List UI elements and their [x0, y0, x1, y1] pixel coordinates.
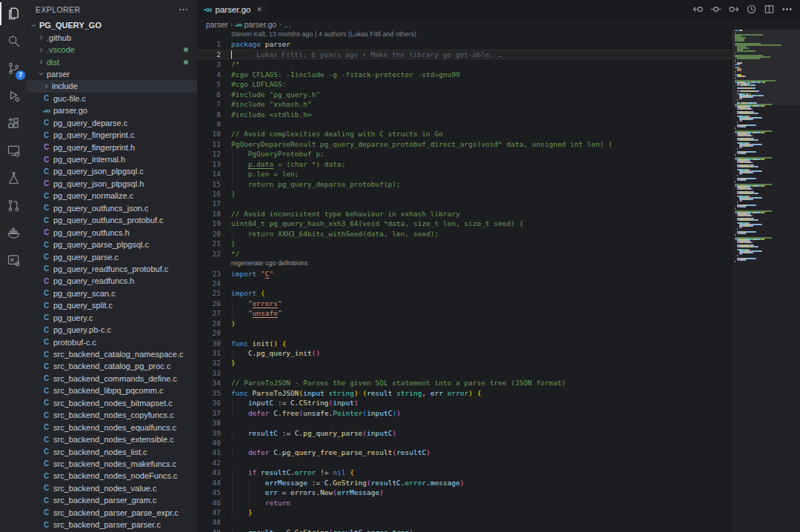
tree-item-src-backend-nodes-value-c[interactable]: Csrc_backend_nodes_value.c	[27, 482, 197, 494]
explorer-icon[interactable]	[0, 0, 27, 27]
tree-item--github[interactable]: .github	[27, 31, 197, 43]
tree-item-pg-query-outfuncs-protobuf-c[interactable]: Cpg_query_outfuncs_protobuf.c	[27, 214, 197, 226]
tree-item-pg-query-outfuncs-json-c[interactable]: Cpg_query_outfuncs_json.c	[27, 202, 197, 214]
code-line-33[interactable]: 33	[197, 368, 732, 378]
code-line-39[interactable]: 39 resultC := C.pg_query_parse(inputC)	[197, 428, 732, 438]
remote-explorer-icon[interactable]	[0, 137, 27, 164]
file-history-icon[interactable]	[746, 4, 757, 15]
open-changes-icon[interactable]	[693, 4, 704, 15]
tree-item-pg-query-parse-plpgsql-c[interactable]: Cpg_query_parse_plpgsql.c	[27, 239, 197, 250]
explorer-more-icon[interactable]: ⋯	[179, 6, 188, 13]
tree-item-pg-query-scan-c[interactable]: Cpg_query_scan.c	[27, 287, 197, 299]
tree-item-src-backend-nodes-copyfuncs-c[interactable]: Csrc_backend_nodes_copyfuncs.c	[27, 409, 197, 421]
code-line-43[interactable]: 43 if resultC.error != nil {	[197, 468, 732, 477]
tree-item-pg-query-deparse-c[interactable]: Cpg_query_deparse.c	[27, 117, 197, 129]
code-line-4[interactable]: 4#cgo CFLAGS: -Iinclude -g -fstack-prote…	[197, 70, 732, 79]
tree-item-pg-query-split-c[interactable]: Cpg_query_split.c	[27, 299, 197, 311]
tree-item-src-backend-parser-gram-c[interactable]: Csrc_backend_parser_gram.c	[27, 494, 197, 506]
code-line-16[interactable]: 16}	[197, 189, 732, 199]
tree-item-pg-query-json-plpgsql-c[interactable]: Cpg_query_json_plpgsql.c	[27, 165, 197, 177]
code-line-30[interactable]: 30func init() {	[197, 339, 732, 348]
code-line-47[interactable]: 47 }	[197, 508, 732, 517]
tree-item-protobuf-c-c[interactable]: Cprotobuf-c.c	[27, 336, 197, 348]
code-line-3[interactable]: 3/*	[197, 59, 732, 69]
tree-item-src-backend-nodes-bitmapset-c[interactable]: Csrc_backend_nodes_bitmapset.c	[27, 397, 197, 409]
code-line-22[interactable]: 22*/	[197, 249, 732, 259]
code-line-26[interactable]: 26 "errors"	[197, 299, 732, 308]
code-line-11[interactable]: 11PgQueryDeparseResult pg_query_deparse_…	[197, 139, 732, 149]
tree-item-src-backend-parser-parse-expr-c[interactable]: Csrc_backend_parser_parse_expr.c	[27, 507, 197, 519]
code-line-40[interactable]: 40	[197, 438, 732, 448]
code-line-34[interactable]: 34// ParseToJSON - Parses the given SQL …	[197, 378, 732, 388]
code-line-25[interactable]: 25import (	[197, 288, 732, 298]
code-line-24[interactable]: 24	[197, 279, 732, 288]
code-line-14[interactable]: 14 p.len = len;	[197, 169, 732, 179]
code-line-48[interactable]: 48	[197, 517, 732, 527]
tab-close-icon[interactable]: ×	[257, 5, 262, 14]
tree-item-src-backend-nodes-equalfuncs-c[interactable]: Csrc_backend_nodes_equalfuncs.c	[27, 421, 197, 433]
breadcrumb-file[interactable]: -∞ parser.go	[235, 20, 276, 29]
code-line-49[interactable]: 49 result = C.GoString(resultC.parse_tre…	[197, 528, 732, 532]
breadcrumb-folder[interactable]: parser	[206, 20, 228, 29]
breadcrumb-symbol[interactable]: …	[284, 20, 292, 29]
code-line-42[interactable]: 42	[197, 458, 732, 468]
code-line-18[interactable]: 18// Avoid inconsistent type behaviour i…	[197, 209, 732, 219]
tree-item-pg-query-pb-c-c[interactable]: Cpg_query.pb-c.c	[27, 324, 197, 336]
gitlens-authors-lens[interactable]: Steven Kalt, 13 months ago | 4 authors (…	[197, 30, 732, 39]
prev-change-icon[interactable]	[710, 4, 721, 15]
tree-item-src-backend-catalog-namespace-c[interactable]: Csrc_backend_catalog_namespace.c	[27, 348, 197, 360]
code-area[interactable]: Steven Kalt, 13 months ago | 4 authors (…	[197, 30, 732, 532]
code-line-8[interactable]: 8#include <stdlib.h>	[197, 110, 732, 119]
docker-icon[interactable]	[0, 219, 27, 247]
minimap[interactable]	[731, 30, 800, 532]
code-line-12[interactable]: 12 PgQueryProtobuf p;	[197, 149, 732, 159]
code-line-1[interactable]: 1package parser	[197, 39, 732, 49]
code-line-20[interactable]: 20 return XXH3_64bits_withSeed(data, len…	[197, 229, 732, 239]
tree-item-pg-query-outfuncs-h[interactable]: Cpg_query_outfuncs.h	[27, 226, 197, 238]
tree-item-src-backend-nodes-list-c[interactable]: Csrc_backend_nodes_list.c	[27, 445, 197, 457]
tree-item-src-backend-commands-define-c[interactable]: Csrc_backend_commands_define.c	[27, 373, 197, 385]
testing-icon[interactable]	[0, 164, 27, 192]
code-line-19[interactable]: 19uint64_t pg_query_hash_xxh3_64(void *d…	[197, 219, 732, 228]
tree-item-pg-query-fingerprint-c[interactable]: Cpg_query_fingerprint.c	[27, 129, 197, 141]
tree-item-pg-query-c[interactable]: Cpg_query.c	[27, 312, 197, 324]
source-control-icon[interactable]: 7	[0, 55, 27, 82]
code-line-6[interactable]: 6#include "pg_query.h"	[197, 90, 732, 99]
tree-item-src-backend-nodes-nodefuncs-c[interactable]: Csrc_backend_nodes_nodeFuncs.c	[27, 470, 197, 482]
project-manager-icon[interactable]	[0, 247, 27, 274]
tree-item-src-backend-libpq-pqcomm-c[interactable]: Csrc_backend_libpq_pqcomm.c	[27, 385, 197, 396]
tree-item-pg-query-parse-c[interactable]: Cpg_query_parse.c	[27, 250, 197, 262]
code-line-27[interactable]: 27 "unsafe"	[197, 308, 732, 318]
tree-item-src-backend-parser-parser-c[interactable]: Csrc_backend_parser_parser.c	[27, 519, 197, 531]
code-line-45[interactable]: 45 err = errors.New(errMessage)	[197, 488, 732, 497]
next-change-icon[interactable]	[728, 4, 739, 15]
code-line-46[interactable]: 46 return	[197, 498, 732, 508]
code-line-2[interactable]: 2Lukas Fittl, 6 years ago • Make the lib…	[197, 50, 732, 59]
code-line-23[interactable]: 23import "C"	[197, 269, 732, 279]
code-line-32[interactable]: 32}	[197, 358, 732, 368]
tree-item-include[interactable]: include	[27, 80, 197, 92]
code-line-13[interactable]: 13 p.data = (char *) data;	[197, 159, 732, 169]
tab-parser-go[interactable]: -∞ parser.go ×	[197, 0, 269, 19]
tree-item-src-backend-catalog-pg-proc-c[interactable]: Csrc_backend_catalog_pg_proc.c	[27, 360, 197, 372]
code-line-36[interactable]: 36 inputC := C.CString(input)	[197, 398, 732, 408]
pull-requests-icon[interactable]	[0, 192, 27, 219]
code-line-29[interactable]: 29	[197, 328, 732, 338]
tree-item-pg-query-fingerprint-h[interactable]: Cpg_query_fingerprint.h	[27, 141, 197, 153]
tree-item-src-backend-nodes-makefuncs-c[interactable]: Csrc_backend_nodes_makefuncs.c	[27, 458, 197, 470]
code-line-9[interactable]: 9	[197, 119, 732, 129]
code-line-44[interactable]: 44 errMessage := C.GoString(resultC.erro…	[197, 478, 732, 488]
search-icon[interactable]	[0, 27, 27, 55]
tree-item-pg-query-go[interactable]: PG_QUERY_GO	[27, 19, 197, 31]
code-line-10[interactable]: 10// Avoid complexities dealing with C s…	[197, 129, 732, 139]
code-line-28[interactable]: 28)	[197, 319, 732, 328]
split-editor-icon[interactable]	[764, 4, 775, 15]
code-line-15[interactable]: 15 return pg_query_deparse_protobuf(p);	[197, 179, 732, 189]
tree-item-pg-query-normalize-c[interactable]: Cpg_query_normalize.c	[27, 190, 197, 202]
more-actions-icon[interactable]	[781, 4, 793, 15]
tree-item--vscode[interactable]: .vscode	[27, 44, 197, 56]
code-line-21[interactable]: 21}	[197, 239, 732, 248]
tree-item-pg-query-readfuncs-protobuf-c[interactable]: Cpg_query_readfuncs_protobuf.c	[27, 263, 197, 275]
code-line-38[interactable]: 38	[197, 418, 732, 428]
tree-item-pg-query-json-plpgsql-h[interactable]: Cpg_query_json_plpgsql.h	[27, 178, 197, 190]
